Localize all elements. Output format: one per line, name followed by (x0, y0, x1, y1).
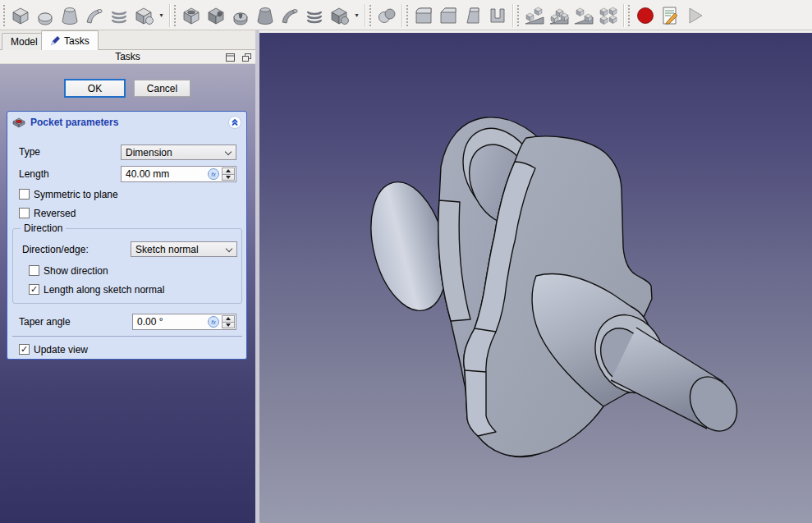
revolution-button[interactable] (33, 3, 57, 28)
update-view-label: Update view (34, 344, 88, 356)
symmetric-label: Symmetric to plane (34, 189, 118, 200)
scaled-button[interactable] (571, 3, 596, 28)
subtractive-sweep-button[interactable] (278, 3, 302, 28)
macro-execute-icon (684, 5, 705, 26)
freecad-window: ▾▾ Model Tasks Tasks OK Cancel (0, 0, 812, 523)
subtractive-primitives-icon (328, 5, 350, 26)
dialog-header: Pocket parameters (7, 112, 246, 133)
additive-helix-button[interactable] (107, 3, 131, 28)
symmetric-checkbox[interactable] (19, 189, 30, 200)
length-label: Length (19, 168, 49, 180)
pocket-icon (181, 5, 202, 26)
toolbar-grip[interactable] (3, 5, 7, 26)
length-along-checkbox[interactable]: ✓ (29, 284, 39, 295)
toolbar-separator (365, 4, 365, 27)
additive-primitives-icon (133, 5, 154, 26)
toolbar-grip[interactable] (628, 5, 631, 26)
spin-up-button[interactable] (222, 315, 235, 322)
additive-primitives-button[interactable] (131, 3, 156, 28)
chevron-down-icon (226, 245, 232, 252)
chamfer-icon (438, 5, 459, 26)
pocket-parameters-dialog: Pocket parameters Type Dimension Length … (7, 111, 247, 360)
taper-angle-label: Taper angle (19, 316, 71, 328)
mirrored-button[interactable] (374, 3, 399, 28)
type-combobox[interactable]: Dimension (121, 145, 236, 160)
expression-fx-icon[interactable]: fx (208, 316, 219, 328)
spin-up-button[interactable] (222, 167, 235, 174)
chevron-down-icon (225, 149, 232, 155)
tab-tasks[interactable]: Tasks (41, 30, 99, 50)
draft-icon (462, 5, 484, 26)
reversed-checkbox[interactable] (19, 208, 30, 218)
ok-button[interactable]: OK (64, 79, 126, 98)
dialog-title: Pocket parameters (30, 117, 118, 128)
groove-icon (230, 5, 251, 26)
tab-model[interactable]: Model (2, 33, 47, 50)
dock-button[interactable] (224, 52, 236, 62)
revolution-icon (34, 5, 56, 26)
dropdown-arrow-button[interactable]: ▾ (351, 3, 362, 28)
additive-loft-icon (59, 5, 80, 26)
macro-edit-button[interactable] (658, 3, 682, 28)
subtractive-helix-button[interactable] (302, 3, 327, 28)
pencil-icon (50, 35, 61, 46)
toolbar: ▾▾ (0, 0, 812, 30)
mirrored-icon (376, 5, 397, 26)
direction-edge-combobox[interactable]: Sketch normal (131, 241, 237, 257)
collapse-button[interactable] (228, 116, 241, 129)
toolbar-grip[interactable] (369, 5, 373, 26)
subtractive-loft-icon (255, 5, 276, 26)
taper-spinner (222, 315, 235, 328)
expression-fx-icon[interactable]: fx (208, 168, 219, 180)
tab-bar: Model Tasks (0, 30, 255, 50)
macro-edit-icon (659, 5, 681, 26)
length-spinbox[interactable]: 40.00 mm fx (121, 166, 236, 182)
groove-button[interactable] (228, 3, 253, 28)
separator (12, 336, 242, 337)
taper-angle-spinbox[interactable]: 0.00 ° fx (132, 314, 236, 330)
float-button[interactable] (241, 52, 252, 62)
toolbar-grip[interactable] (174, 5, 177, 26)
toolbar-separator (623, 4, 624, 27)
spin-down-button[interactable] (222, 322, 235, 329)
subtractive-primitives-button[interactable] (327, 3, 351, 28)
tasks-panel: OK Cancel Pocket parameters (0, 64, 255, 523)
toolbar-grip[interactable] (406, 5, 410, 26)
toolbar-grip[interactable] (517, 5, 521, 26)
subtractive-loft-button[interactable] (253, 3, 278, 28)
tasks-panel-titlebar: Tasks (0, 50, 255, 64)
thickness-button[interactable] (485, 3, 510, 28)
hole-button[interactable] (204, 3, 228, 28)
pocket-button[interactable] (179, 3, 204, 28)
pad-button[interactable] (8, 3, 33, 28)
additive-helix-icon (108, 5, 130, 26)
multitransform-button[interactable] (596, 3, 621, 28)
3d-viewport[interactable] (259, 33, 812, 523)
spin-down-button[interactable] (222, 174, 235, 181)
additive-sweep-button[interactable] (82, 3, 107, 28)
macro-record-button[interactable] (633, 3, 658, 28)
draft-button[interactable] (461, 3, 485, 28)
show-direction-checkbox[interactable] (29, 265, 39, 276)
taper-angle-value: 0.00 ° (137, 316, 163, 328)
pad-icon (10, 5, 31, 26)
polar-pattern-icon (548, 5, 570, 26)
toolbar-separator (169, 4, 170, 27)
additive-sweep-icon (84, 5, 105, 26)
additive-loft-button[interactable] (57, 3, 82, 28)
toolbar-separator (512, 4, 513, 27)
polar-pattern-button[interactable] (547, 3, 571, 28)
fillet-button[interactable] (411, 3, 436, 28)
linear-pattern-button[interactable] (522, 3, 547, 28)
macro-execute-button[interactable] (682, 3, 707, 28)
cancel-button[interactable]: Cancel (134, 80, 190, 97)
subtractive-helix-icon (304, 5, 325, 26)
tasks-panel-title: Tasks (115, 51, 140, 62)
chamfer-button[interactable] (436, 3, 461, 28)
type-value: Dimension (126, 147, 172, 158)
fillet-icon (413, 5, 434, 26)
length-value: 40.00 mm (126, 168, 169, 180)
update-view-checkbox[interactable]: ✓ (19, 344, 30, 355)
dropdown-arrow-button[interactable]: ▾ (156, 3, 167, 28)
crankshaft-model (259, 33, 812, 523)
